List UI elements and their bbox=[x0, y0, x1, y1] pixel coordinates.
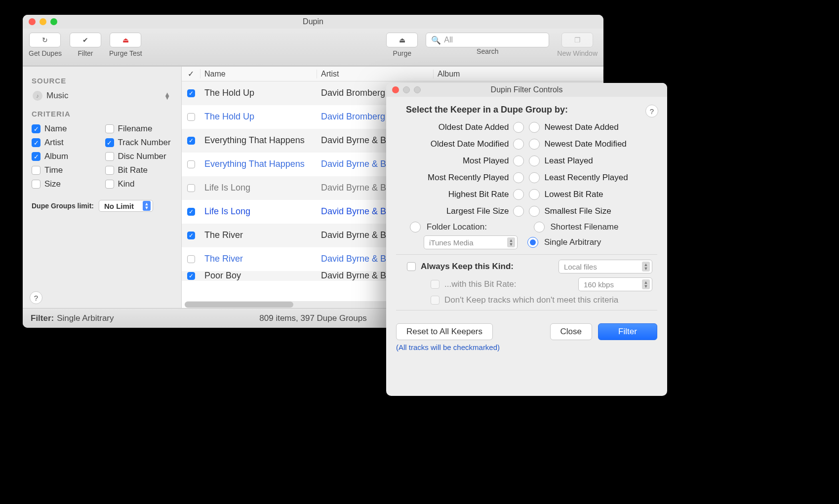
keeper-radio[interactable] bbox=[529, 206, 540, 217]
filter-controls-window: Dupin Filter Controls ? Select the Keepe… bbox=[386, 83, 667, 396]
criteria-name-checkbox[interactable]: ✓ bbox=[32, 124, 40, 133]
radio-folder-location[interactable] bbox=[410, 222, 421, 233]
keeper-radio[interactable] bbox=[513, 139, 524, 150]
new-window-button[interactable]: ❐ bbox=[561, 33, 593, 47]
purge-button[interactable]: ⏏ bbox=[386, 33, 418, 47]
keeper-option-label: Most Played bbox=[401, 156, 509, 166]
row-checkbox[interactable] bbox=[187, 255, 195, 263]
criteria-heading: CRITERIA bbox=[32, 110, 172, 118]
row-checkbox[interactable] bbox=[187, 113, 195, 121]
keeper-option-label: Newest Date Modified bbox=[545, 139, 653, 149]
source-heading: SOURCE bbox=[32, 77, 172, 85]
all-tracks-note: (All tracks will be checkmarked) bbox=[396, 343, 657, 351]
windows-icon: ❐ bbox=[574, 36, 581, 44]
bitrate-value: 160 kbps bbox=[584, 280, 614, 289]
always-keep-checkbox[interactable] bbox=[407, 262, 416, 271]
folder-location-value: iTunes Media bbox=[429, 238, 474, 247]
keeper-radio[interactable] bbox=[513, 206, 524, 217]
purge-test-label: Purge Test bbox=[109, 49, 142, 57]
search-label: Search bbox=[477, 47, 498, 55]
filter-label: Filter bbox=[78, 49, 93, 57]
column-name[interactable]: Name bbox=[200, 70, 317, 78]
dupe-limit-select[interactable]: No Limit ▲▼ bbox=[99, 200, 153, 212]
row-checkbox[interactable]: ✓ bbox=[187, 272, 195, 280]
keeper-option-label: Most Recently Played bbox=[401, 173, 509, 183]
keeper-radio[interactable] bbox=[529, 155, 540, 166]
row-checkbox[interactable]: ✓ bbox=[187, 89, 195, 97]
criteria-artist-checkbox[interactable]: ✓ bbox=[32, 138, 40, 147]
close-button[interactable]: Close bbox=[550, 323, 592, 340]
dont-keep-label: Don't Keep tracks which don't meet this … bbox=[444, 295, 618, 305]
minimize-window-button[interactable] bbox=[40, 18, 46, 25]
column-album[interactable]: Album bbox=[434, 70, 603, 78]
refresh-icon: ↻ bbox=[42, 36, 48, 44]
search-placeholder: All bbox=[444, 36, 453, 44]
keeper-option-label: Oldest Date Added bbox=[401, 122, 509, 132]
filter-button[interactable]: ✔ bbox=[70, 33, 101, 47]
criteria-track number-checkbox[interactable]: ✓ bbox=[105, 138, 114, 147]
help-button[interactable]: ? bbox=[30, 291, 42, 304]
keeper-radio[interactable] bbox=[529, 189, 540, 200]
criteria-label: Disc Number bbox=[118, 152, 166, 161]
criteria-label: Size bbox=[44, 179, 61, 189]
zoom-filter-window-button bbox=[414, 86, 421, 93]
criteria-label: Album bbox=[44, 152, 68, 161]
cell-name: Life Is Long bbox=[200, 206, 317, 217]
purge-label: Purge bbox=[393, 49, 411, 57]
source-selector[interactable]: ♪Music ▲▼ bbox=[30, 89, 174, 107]
purge-test-button[interactable]: ⏏ bbox=[110, 33, 141, 47]
row-checkbox[interactable] bbox=[187, 184, 195, 192]
keeper-radio[interactable] bbox=[513, 189, 524, 200]
row-checkbox[interactable]: ✓ bbox=[187, 208, 195, 216]
folder-location-select[interactable]: iTunes Media ▲▼ bbox=[424, 235, 518, 249]
main-titlebar[interactable]: Dupin bbox=[23, 15, 603, 29]
cell-name: The River bbox=[200, 230, 317, 240]
criteria-label: Artist bbox=[44, 138, 64, 148]
filter-help-button[interactable]: ? bbox=[645, 105, 658, 117]
criteria-label: Kind bbox=[118, 179, 135, 189]
always-keep-kind-select[interactable]: Local files ▲▼ bbox=[559, 260, 652, 273]
row-checkbox[interactable] bbox=[187, 160, 195, 168]
search-input[interactable]: 🔍 All bbox=[426, 33, 549, 47]
criteria-filename-checkbox[interactable] bbox=[105, 124, 114, 133]
apply-filter-button[interactable]: Filter bbox=[598, 323, 657, 340]
radio-shortest-filename[interactable] bbox=[534, 222, 545, 233]
music-icon: ♪ bbox=[33, 91, 42, 101]
criteria-label: Track Number bbox=[118, 138, 171, 148]
criteria-bit rate-checkbox[interactable] bbox=[105, 166, 114, 175]
criteria-size-checkbox[interactable] bbox=[32, 180, 40, 189]
keeper-radio[interactable] bbox=[529, 172, 540, 183]
bitrate-select: 160 kbps ▲▼ bbox=[578, 277, 652, 291]
filter-titlebar[interactable]: Dupin Filter Controls bbox=[386, 83, 667, 97]
column-artist[interactable]: Artist bbox=[317, 70, 434, 78]
single-arbitrary-label: Single Arbitrary bbox=[544, 237, 652, 247]
radio-single-arbitrary[interactable] bbox=[527, 237, 538, 248]
checkmark-icon: ✔ bbox=[82, 36, 88, 44]
keeper-radio[interactable] bbox=[529, 122, 540, 133]
keeper-radio[interactable] bbox=[529, 139, 540, 150]
keeper-option-label: Newest Date Added bbox=[545, 122, 653, 132]
close-window-button[interactable] bbox=[29, 18, 36, 25]
criteria-disc number-checkbox[interactable] bbox=[105, 152, 114, 161]
criteria-time-checkbox[interactable] bbox=[32, 166, 40, 175]
keeper-radio[interactable] bbox=[513, 155, 524, 166]
column-check[interactable]: ✓ bbox=[182, 69, 200, 78]
row-checkbox[interactable]: ✓ bbox=[187, 137, 195, 145]
close-filter-window-button[interactable] bbox=[392, 86, 399, 93]
keeper-option-label: Least Recently Played bbox=[545, 173, 653, 183]
criteria-album-checkbox[interactable]: ✓ bbox=[32, 152, 40, 161]
criteria-kind-checkbox[interactable] bbox=[105, 180, 114, 189]
get-dupes-button[interactable]: ↻ bbox=[29, 33, 61, 47]
keeper-radio[interactable] bbox=[513, 172, 524, 183]
row-checkbox[interactable]: ✓ bbox=[187, 232, 195, 239]
new-window-label: New Window bbox=[557, 49, 598, 57]
criteria-label: Bit Rate bbox=[118, 165, 148, 175]
criteria-label: Filename bbox=[118, 124, 153, 134]
keeper-option-label: Highest Bit Rate bbox=[401, 190, 509, 199]
criteria-label: Name bbox=[44, 124, 67, 134]
keeper-radio[interactable] bbox=[513, 122, 524, 133]
filter-status-value: Single Arbitrary bbox=[57, 313, 114, 323]
reset-keepers-button[interactable]: Reset to All Keepers bbox=[396, 323, 493, 340]
eject-icon: ⏏ bbox=[399, 36, 405, 44]
zoom-window-button[interactable] bbox=[50, 18, 57, 25]
